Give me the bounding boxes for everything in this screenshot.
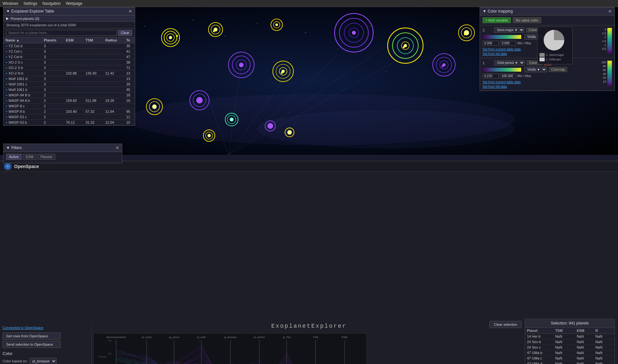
filter-btn-3[interactable]: Planets	[38, 154, 55, 160]
menu-settings[interactable]: Settings	[23, 1, 37, 6]
row-expand-btn[interactable]: +	[5, 44, 7, 48]
cm1-max-input[interactable]	[500, 74, 516, 78]
exo-table-close[interactable]: ✕	[128, 9, 132, 14]
svg-point-58	[152, 104, 157, 109]
table-row[interactable]: + Wolf 1061 c 3 29	[4, 82, 135, 87]
col-te[interactable]: Te	[124, 37, 135, 43]
cm2-scale: 32.521.510.5	[602, 27, 612, 56]
table-row[interactable]: + WASP-53 b 2 76.12 31.32 12.04 10	[4, 120, 135, 125]
get-rows-btn[interactable]: Get rows from OpenSpace	[3, 333, 60, 340]
filter-btn-2[interactable]: ESM	[23, 154, 36, 160]
svg-text:2.6: 2.6	[108, 352, 111, 355]
table-row[interactable]: + YZ Cet d 3 35	[4, 43, 135, 49]
cm2-from-table-btn[interactable]: Set from current table data	[483, 48, 521, 51]
table-row[interactable]: + WASP-8 c 2	[4, 103, 135, 109]
menu-navigation[interactable]: Navigation	[42, 1, 61, 6]
col-name[interactable]: Name ▲	[4, 37, 42, 43]
list-item[interactable]: 47 UMa c NaN NaN NaN	[525, 356, 614, 361]
filters-close[interactable]: ✕	[115, 145, 119, 150]
row-expand-btn[interactable]: +	[5, 115, 7, 119]
search-input[interactable]	[6, 30, 117, 36]
list-item[interactable]: 14 Her b NaN NaN NaN	[525, 334, 614, 339]
row-expand-btn[interactable]: +	[5, 99, 7, 102]
menu-webpage[interactable]: Webpage	[66, 1, 82, 6]
svg-text:pl_rade: pl_rade	[197, 336, 206, 339]
parallel-plot[interactable]: discoverymethod sy_snum sy_pnum pl_rade …	[93, 333, 367, 364]
filter-btn-1[interactable]: Active	[6, 154, 22, 160]
row-expand-btn[interactable]: +	[5, 88, 7, 92]
legend-color-1	[540, 58, 545, 61]
svg-text:discoverymethod: discoverymethod	[106, 336, 126, 339]
selection-scroll[interactable]: Planet TSM ESM R 14 Her b NaN NaN NaN 24…	[525, 328, 614, 364]
row-expand-btn[interactable]: +	[5, 60, 7, 64]
table-row[interactable]: + YZ Cet c 3 41	[4, 49, 135, 54]
table-row[interactable]: + YZ Cet b 3 47	[4, 54, 135, 60]
pinned-row[interactable]: ▶ Pinned planets (0)	[4, 15, 135, 22]
table-row[interactable]: + WASP-8 b 2 103.40 57.32 11.64 95	[4, 109, 135, 114]
table-scroll-area[interactable]: Name ▲ Planets ESM TSM Radius Te + YZ Ce…	[4, 37, 135, 125]
col-tsm[interactable]: TSM	[84, 37, 103, 43]
row-expand-btn[interactable]: +	[5, 93, 7, 97]
row-expand-btn[interactable]: +	[5, 66, 7, 70]
cm1-variable-select[interactable]: Orbit period ▼	[494, 60, 525, 66]
connected-link[interactable]: Connected to OpenSpace	[3, 326, 43, 330]
color-mapping-header[interactable]: ▼ Color mapping ✕	[480, 7, 614, 15]
col-esm[interactable]: ESM	[64, 37, 84, 43]
table-row[interactable]: + XO-2 S c 3 38	[4, 60, 135, 65]
cm2-variable-select[interactable]: Semi-major ▼	[494, 27, 524, 33]
row-expand-btn[interactable]: +	[5, 55, 7, 59]
row-expand-btn[interactable]: +	[5, 104, 7, 108]
row-expand-btn[interactable]: +	[5, 110, 7, 113]
left-panel-bottom: Connected to OpenSpace Get rows from Ope…	[0, 323, 92, 364]
clear-selection-btn[interactable]: Clear selection	[490, 321, 521, 328]
cm2-from-full-btn[interactable]: Set from full data	[483, 52, 507, 56]
row-expand-btn[interactable]: +	[5, 71, 7, 75]
cm1-colormap-select[interactable]: Viridis ▼	[524, 67, 547, 72]
clear-button[interactable]: Clear	[118, 30, 132, 36]
cm1-min-input[interactable]	[483, 74, 499, 78]
table-row[interactable]: + XO-2 S b 3 71	[4, 65, 135, 71]
col-planets[interactable]: Planets	[42, 37, 64, 43]
svg-point-76	[213, 30, 215, 32]
cm1-from-full-btn[interactable]: Set from full data	[483, 85, 507, 88]
table-row[interactable]: + Wolf 1061 b 3 45	[4, 87, 135, 93]
filters-header[interactable]: ▼ Filters ✕	[4, 144, 122, 152]
col-radius[interactable]: Radius	[103, 37, 124, 43]
row-expand-btn[interactable]: +	[5, 49, 7, 53]
no-value-label: No value color	[513, 17, 541, 23]
list-item[interactable]: 47 UMa b NaN NaN NaN	[525, 350, 614, 356]
svg-text:ESM: ESM	[342, 336, 347, 339]
send-selection-btn[interactable]: Send selection to OpenSpace	[3, 341, 60, 348]
list-item[interactable]: 24 Sex b NaN NaN NaN	[525, 339, 614, 345]
table-row[interactable]: + WASP-94 A b 2 159.60 511.88 19.28 16	[4, 98, 135, 103]
table-row[interactable]: + WASP-94 B b 2 18	[4, 93, 135, 98]
cm2-min-input[interactable]	[483, 41, 499, 46]
table-row[interactable]: + XO-2 N b 3 102.88 135.40 11.42 13	[4, 71, 135, 76]
cm-close[interactable]: ✕	[608, 9, 612, 14]
menu-windows[interactable]: Windows	[3, 1, 18, 6]
selection-header: Selection: 941 planets	[525, 319, 614, 328]
row-expand-btn[interactable]: +	[5, 120, 7, 124]
color-based-row: Color based on: pl_bmasse	[3, 358, 89, 364]
svg-text:pl_Teq: pl_Teq	[283, 336, 291, 339]
table-row[interactable]: + Wolf 1061 d 3 13	[4, 76, 135, 82]
svg-point-6	[305, 32, 306, 33]
list-item[interactable]: 24 Sex c NaN NaN NaN	[525, 345, 614, 350]
exo-table-title: Exoplanet Explorer Table	[11, 9, 54, 13]
cm1-from-table-btn[interactable]: Set from current table data	[483, 80, 521, 84]
selection-table: Planet TSM ESM R 14 Her b NaN NaN NaN 24…	[525, 328, 614, 364]
cm1-minmax-label: Min / Max	[517, 74, 531, 78]
color-variable-select[interactable]: pl_bmasse	[30, 358, 57, 364]
add-variable-btn[interactable]: + Add variable	[483, 17, 511, 23]
list-item[interactable]: 47 UMa d NaN NaN NaN	[525, 361, 614, 364]
exo-table-header[interactable]: ▼ Exoplanet Explorer Table ✕	[4, 7, 135, 15]
svg-text:pl_orbincl: pl_orbincl	[254, 336, 265, 339]
table-row[interactable]: + WASP-53 c 2 11	[4, 114, 135, 120]
svg-point-55	[196, 97, 203, 103]
cm2-max-input[interactable]	[500, 41, 516, 46]
svg-point-4	[257, 23, 258, 23]
row-expand-btn[interactable]: +	[5, 77, 7, 81]
svg-point-21	[169, 36, 172, 39]
row-expand-btn[interactable]: +	[5, 82, 7, 86]
cm1-scale-bar	[607, 61, 612, 86]
